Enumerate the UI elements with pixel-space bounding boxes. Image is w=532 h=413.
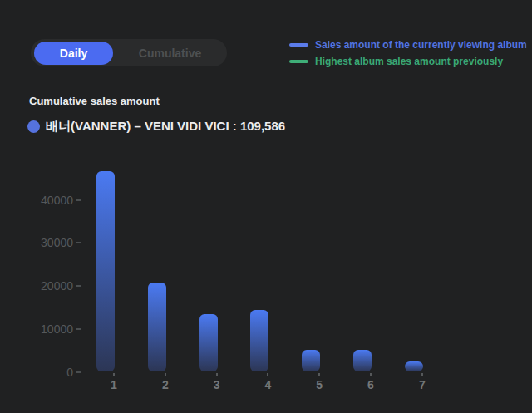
bar[interactable]: [250, 310, 268, 372]
bar[interactable]: [96, 171, 115, 371]
x-axis-tick: [370, 373, 372, 376]
y-axis-tick: [76, 285, 81, 287]
x-axis-label: 3: [204, 378, 229, 391]
x-axis-label: 5: [307, 378, 332, 391]
y-axis-label: 10000: [17, 321, 73, 337]
y-axis-label: 40000: [17, 192, 73, 209]
x-axis-tick: [421, 373, 423, 376]
bar[interactable]: [302, 350, 320, 371]
x-axis-tick: [165, 373, 166, 376]
x-axis-label: 7: [410, 378, 435, 391]
x-axis-label: 4: [255, 378, 280, 391]
bar[interactable]: [405, 361, 423, 372]
x-axis-label: 2: [153, 378, 178, 391]
y-axis-tick: [76, 242, 81, 243]
album-sales-app: Daily Cumulative Sales amount of the cur…: [0, 0, 532, 413]
x-axis-label: 1: [101, 378, 126, 391]
x-axis-tick: [216, 373, 218, 376]
bar-chart: 0100002000030000400001234567: [0, 0, 532, 413]
bar[interactable]: [353, 350, 372, 371]
x-axis-tick: [318, 373, 320, 376]
y-axis-label: 30000: [17, 234, 73, 251]
bar[interactable]: [200, 314, 218, 371]
y-axis-tick: [76, 199, 81, 201]
y-axis-tick: [76, 371, 81, 373]
y-axis-label: 20000: [17, 278, 73, 294]
x-axis-tick: [267, 373, 268, 376]
y-axis-tick: [76, 328, 81, 330]
y-axis-label: 0: [17, 364, 73, 381]
x-axis-label: 6: [358, 378, 383, 391]
bar[interactable]: [148, 283, 166, 372]
x-axis-tick: [113, 373, 115, 376]
